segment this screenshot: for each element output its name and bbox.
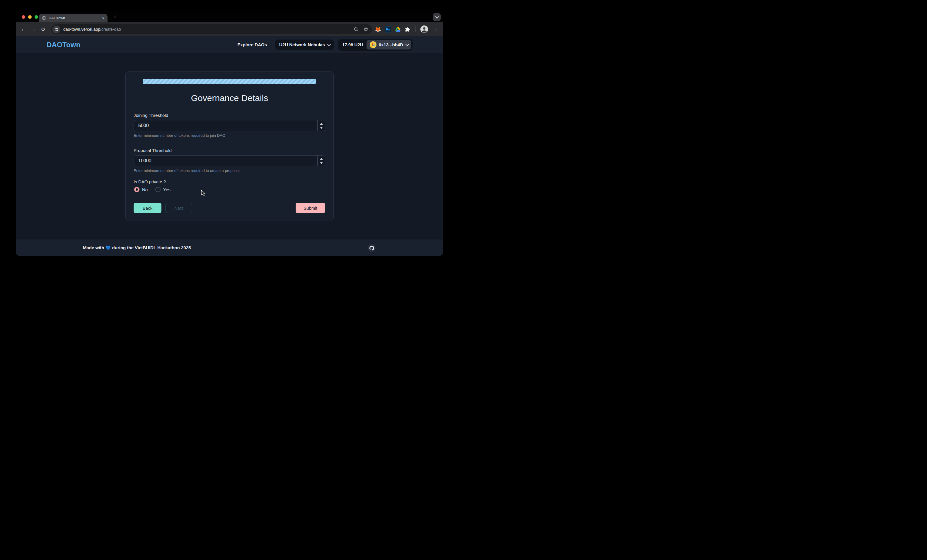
dao-private-radio-group: No Yes [134, 187, 170, 192]
number-spinner[interactable] [317, 120, 325, 131]
github-icon [369, 246, 374, 250]
tab-bar: DAOTown × + [16, 12, 443, 22]
form-title: Governance Details [126, 93, 333, 103]
next-button[interactable]: Next [166, 203, 192, 213]
number-spinner[interactable] [317, 156, 325, 166]
joining-threshold-field [134, 120, 325, 131]
url-path: /create-dao [100, 27, 121, 32]
zoom-out-icon[interactable] [354, 27, 359, 32]
site-settings-icon[interactable] [52, 26, 60, 33]
token-balance: 17.98 U2U [342, 42, 363, 47]
proposal-threshold-label: Proposal Threshold [134, 148, 172, 153]
url-host: dao-town.vercel.app [63, 27, 100, 32]
submit-button[interactable]: Submit [296, 203, 325, 213]
forward-nav-button[interactable]: → [30, 26, 37, 33]
zoom-window-button[interactable] [35, 15, 38, 19]
page-content: DAOTown Explore DAOs U2U Network Nebulas… [16, 36, 443, 256]
tab-title: DAOTown [49, 16, 100, 20]
radio-option-yes[interactable]: Yes [155, 187, 170, 192]
new-tab-button[interactable]: + [113, 14, 117, 20]
extensions-puzzle-icon[interactable] [404, 27, 410, 32]
spinner-down-icon[interactable] [320, 162, 323, 164]
radio-option-label: Yes [163, 187, 170, 192]
back-nav-button[interactable]: ← [20, 26, 27, 33]
proposal-threshold-input[interactable] [134, 155, 325, 166]
network-selector[interactable]: U2U Network Nebulas [275, 39, 334, 50]
app-header: DAOTown Explore DAOs U2U Network Nebulas… [16, 36, 443, 53]
spinner-up-icon[interactable] [320, 158, 323, 160]
main-area: Governance Details Joining Threshold Ent… [16, 53, 443, 240]
extension-icons: 🦊 Ps ⋮ [375, 26, 438, 33]
radio-option-label: No [142, 187, 147, 192]
proposal-threshold-helper: Enter minimum number of tokens required … [134, 168, 239, 173]
chevron-down-icon [327, 42, 331, 46]
form-buttons: Back Next Submit [134, 203, 325, 213]
radio-unselected-icon[interactable] [155, 187, 161, 192]
dao-private-label: Is DAO private ? [134, 179, 166, 184]
browser-window: DAOTown × + ← → ⟳ dao-town.vercel.app/cr… [16, 12, 443, 256]
spinner-up-icon[interactable] [320, 123, 323, 125]
browser-toolbar: ← → ⟳ dao-town.vercel.app/create-dao [16, 22, 443, 36]
metamask-icon[interactable]: 🦊 [375, 27, 381, 32]
wallet-address-button[interactable]: 🎉 0x13...bb4D [366, 40, 411, 50]
footer-credit: Made with 💙 during the VietBUIDL Hackath… [83, 245, 191, 250]
explore-daos-link[interactable]: Explore DAOs [237, 42, 267, 47]
back-button[interactable]: Back [134, 203, 161, 213]
joining-threshold-input[interactable] [134, 120, 325, 131]
tab-search-button[interactable] [433, 13, 441, 21]
browser-menu-icon[interactable]: ⋮ [434, 27, 438, 32]
github-link[interactable] [368, 244, 375, 252]
proposal-threshold-field [134, 155, 325, 166]
spinner-down-icon[interactable] [320, 127, 323, 129]
close-window-button[interactable] [22, 15, 25, 19]
profile-avatar[interactable] [421, 26, 428, 33]
network-selector-label: U2U Network Nebulas [279, 42, 325, 47]
chevron-down-icon [406, 42, 409, 46]
wallet-section: 17.98 U2U 🎉 0x13...bb4D [338, 39, 412, 51]
globe-favicon-icon [42, 16, 46, 20]
radio-selected-icon[interactable] [134, 187, 140, 192]
photoshop-icon[interactable]: Ps [385, 26, 391, 32]
bookmark-star-icon[interactable] [363, 27, 369, 32]
reload-button[interactable]: ⟳ [40, 26, 47, 33]
google-drive-icon[interactable] [395, 27, 401, 32]
minimize-window-button[interactable] [28, 15, 32, 19]
wallet-avatar: 🎉 [370, 41, 377, 48]
chevron-down-icon [435, 15, 439, 19]
joining-threshold-label: Joining Threshold [134, 113, 168, 118]
radio-option-no[interactable]: No [134, 187, 147, 192]
url-bar[interactable]: dao-town.vercel.app/create-dao [51, 24, 372, 34]
macos-traffic-lights [22, 15, 38, 19]
joining-threshold-helper: Enter minimum number of tokens required … [134, 133, 225, 138]
app-footer: Made with 💙 during the VietBUIDL Hackath… [16, 240, 443, 256]
tab-close-icon[interactable]: × [102, 16, 105, 20]
app-logo[interactable]: DAOTown [47, 41, 81, 49]
browser-tab[interactable]: DAOTown × [39, 14, 108, 22]
create-dao-card: Governance Details Joining Threshold Ent… [125, 71, 334, 221]
wizard-progress-bar [143, 79, 316, 84]
wallet-address: 0x13...bb4D [379, 42, 403, 47]
